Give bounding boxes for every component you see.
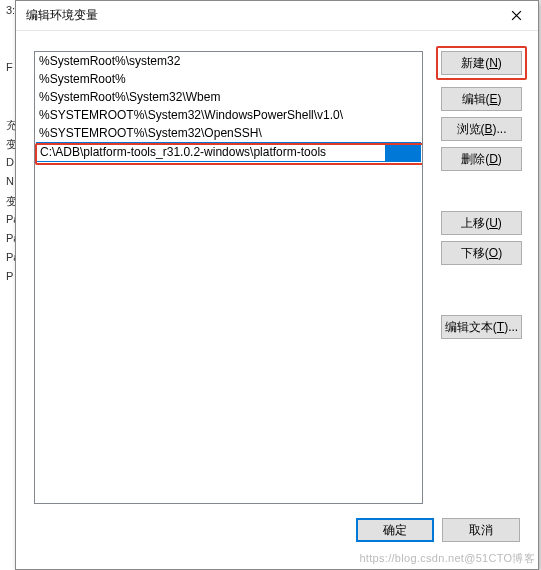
delete-button[interactable]: 删除(D) — [441, 147, 522, 171]
new-button[interactable]: 新建(N) — [441, 51, 522, 75]
edit-button[interactable]: 编辑(E) — [441, 87, 522, 111]
dialog-title: 编辑环境变量 — [26, 7, 98, 24]
list-item[interactable]: %SYSTEMROOT%\System32\WindowsPowerShell\… — [35, 106, 422, 124]
path-edit-input[interactable] — [37, 143, 385, 161]
edit-env-var-dialog: 编辑环境变量 %SystemRoot%\system32 %SystemRoot… — [15, 0, 539, 570]
list-item[interactable]: %SystemRoot%\System32\Wbem — [35, 88, 422, 106]
movedown-button[interactable]: 下移(O) — [441, 241, 522, 265]
moveup-button[interactable]: 上移(U) — [441, 211, 522, 235]
path-listbox[interactable]: %SystemRoot%\system32 %SystemRoot% %Syst… — [34, 51, 423, 504]
cancel-button[interactable]: 取消 — [442, 518, 520, 542]
selection-highlight — [385, 143, 420, 161]
list-item[interactable]: %SystemRoot%\system32 — [35, 52, 422, 70]
titlebar: 编辑环境变量 — [16, 1, 538, 31]
browse-button[interactable]: 浏览(B)... — [441, 117, 522, 141]
list-item[interactable]: %SYSTEMROOT%\System32\OpenSSH\ — [35, 124, 422, 142]
button-column: 新建(N) 编辑(E) 浏览(B)... 删除(D) 上移(U) 下移(O) 编… — [441, 51, 522, 504]
close-icon — [511, 10, 522, 21]
list-item-editing[interactable] — [36, 142, 421, 162]
dialog-footer: 确定 取消 — [34, 518, 522, 542]
close-button[interactable] — [494, 1, 538, 31]
edittext-button[interactable]: 编辑文本(T)... — [441, 315, 522, 339]
highlight-annotation: 新建(N) — [436, 46, 527, 80]
ok-button[interactable]: 确定 — [356, 518, 434, 542]
list-item[interactable]: %SystemRoot% — [35, 70, 422, 88]
